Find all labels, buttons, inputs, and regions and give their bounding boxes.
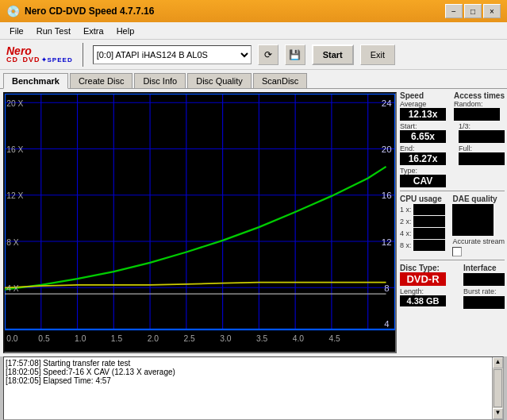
toolbar-divider (83, 43, 83, 67)
svg-text:4.0: 4.0 (293, 334, 305, 343)
log-time-3: [18:02:05] (6, 376, 40, 385)
speed-type-label: Type: (400, 167, 446, 175)
cpu-2x-value (413, 216, 445, 227)
menu-run-test[interactable]: Run Test (30, 25, 77, 37)
cpu-4x-value (413, 228, 445, 239)
scrollbar-down[interactable]: ▼ (493, 408, 503, 419)
chart-container: 24 20 16 12 8 4 20 X 16 X 12 X 8 X 4 X 0… (3, 92, 397, 353)
close-button[interactable]: × (483, 4, 501, 18)
minimize-button[interactable]: − (445, 4, 463, 18)
cpu-4x-label: 4 x: (400, 229, 412, 237)
exit-button[interactable]: Exit (360, 44, 395, 65)
tab-disc-quality[interactable]: Disc Quality (187, 73, 252, 88)
menu-extra[interactable]: Extra (77, 25, 110, 37)
disc-type-title: Disc Type: (400, 264, 446, 272)
toolbar: Nero CD·DVD ✦SPEED [0:0] ATAPI iHAS124 B… (0, 40, 507, 70)
tab-bar: Benchmark Create Disc Disc Info Disc Qua… (0, 70, 507, 89)
access-full-value (459, 152, 505, 165)
save-icon-button[interactable]: 💾 (285, 44, 305, 65)
dae-title: DAE quality (452, 195, 505, 203)
title-bar-title: Nero CD-DVD Speed 4.7.7.16 (25, 6, 154, 17)
log-text-3: Elapsed Time: 4:57 (43, 376, 111, 385)
svg-text:0.5: 0.5 (38, 334, 50, 343)
dae-accurate-label: Accurate stream (452, 237, 505, 246)
svg-text:16: 16 (382, 191, 392, 200)
disc-length-value: 4.38 GB (400, 295, 446, 306)
burst-rate-value (463, 296, 505, 309)
scrollbar-thumb[interactable] (494, 369, 502, 407)
tab-create-disc[interactable]: Create Disc (70, 73, 133, 88)
svg-text:2.0: 2.0 (148, 334, 159, 343)
speed-start-value: 6.65x (400, 130, 446, 143)
cpu-8x-label: 8 x: (400, 241, 412, 249)
svg-text:12: 12 (382, 237, 392, 247)
title-bar-icon: 💿 (6, 5, 20, 17)
log-line-2: [18:02:05] Speed:7-16 X CAV (12.13 X ave… (6, 368, 490, 376)
disc-length-label: Length: (400, 287, 446, 295)
svg-text:1.0: 1.0 (75, 334, 86, 343)
interface-section: Interface Burst rate: (463, 264, 505, 309)
svg-text:3.0: 3.0 (220, 334, 232, 343)
tab-benchmark[interactable]: Benchmark (3, 73, 68, 89)
log-line-1: [17:57:08] Starting transfer rate test (6, 359, 490, 368)
disc-interface-row: Disc Type: DVD-R Length: 4.38 GB Interfa… (400, 264, 505, 309)
speed-title: Speed (400, 91, 446, 100)
cpu-8x-value (413, 240, 445, 251)
svg-text:3.5: 3.5 (256, 334, 268, 343)
access-full-label: Full: (459, 144, 505, 152)
speed-average-value: 12.13x (400, 108, 446, 121)
svg-text:4 X: 4 X (6, 284, 19, 293)
speed-type-value: CAV (400, 175, 446, 187)
cpu-1x-label: 1 x: (400, 206, 412, 214)
title-bar-controls: − □ × (445, 4, 501, 18)
svg-text:4: 4 (384, 319, 389, 329)
log-scrollbar[interactable]: ▲ ▼ (492, 357, 503, 419)
speed-end-label: End: (400, 144, 446, 152)
title-bar: 💿 Nero CD-DVD Speed 4.7.7.16 − □ × (0, 0, 507, 22)
cpu-dae-row: CPU usage 1 x: 2 x: 4 x: 8 x: (400, 195, 505, 256)
menu-bar: File Run Test Extra Help (0, 22, 507, 40)
cpu-section: CPU usage 1 x: 2 x: 4 x: 8 x: (400, 195, 445, 256)
dae-section: DAE quality Accurate stream (452, 195, 505, 256)
drive-selector[interactable]: [0:0] ATAPI iHAS124 B AL0S (93, 45, 252, 64)
chart-svg: 24 20 16 12 8 4 20 X 16 X 12 X 8 X 4 X 0… (5, 94, 395, 352)
burst-rate-label: Burst rate: (463, 287, 505, 295)
menu-file[interactable]: File (3, 25, 30, 37)
cpu-1x-value (413, 204, 445, 215)
divider-2 (400, 260, 505, 260)
tab-disc-info[interactable]: Disc Info (134, 73, 186, 88)
speed-section: Speed Average 12.13x Access times Random… (400, 91, 505, 187)
right-panel: Speed Average 12.13x Access times Random… (400, 89, 507, 356)
access-title: Access times (454, 91, 505, 100)
accurate-stream-checkbox[interactable] (452, 247, 462, 256)
svg-text:12 X: 12 X (6, 191, 23, 200)
disc-section: Disc Type: DVD-R Length: 4.38 GB (400, 264, 446, 309)
svg-text:8: 8 (384, 283, 389, 293)
log-time-1: [17:57:08] (6, 359, 40, 368)
maximize-button[interactable]: □ (464, 4, 482, 18)
log-text-1: Starting transfer rate test (43, 359, 130, 368)
svg-text:4.5: 4.5 (328, 334, 340, 343)
interface-title: Interface (463, 264, 505, 272)
log-text-2: Speed:7-16 X CAV (12.13 X average) (43, 368, 175, 376)
disc-type-value: DVD-R (400, 272, 446, 286)
divider-1 (400, 191, 505, 191)
access-onethird-value (459, 130, 505, 143)
speed-end-value: 16.27x (400, 152, 446, 165)
access-random-label: Random: (454, 100, 505, 108)
menu-help[interactable]: Help (110, 25, 141, 37)
start-button[interactable]: Start (312, 44, 354, 65)
scrollbar-up[interactable]: ▲ (493, 357, 503, 368)
svg-text:1.5: 1.5 (111, 334, 123, 343)
access-onethird-label: 1/3: (459, 122, 505, 130)
refresh-icon-button[interactable]: ⟳ (258, 44, 278, 65)
interface-value (463, 273, 505, 286)
cpu-title: CPU usage (400, 195, 445, 203)
tab-scandisc[interactable]: ScanDisc (253, 73, 307, 88)
speed-start-label: Start: (400, 122, 446, 130)
cpu-2x-label: 2 x: (400, 218, 412, 225)
svg-text:8 X: 8 X (6, 238, 19, 247)
svg-text:20 X: 20 X (6, 99, 23, 108)
svg-text:24: 24 (382, 98, 392, 108)
svg-text:0.0: 0.0 (6, 334, 18, 343)
